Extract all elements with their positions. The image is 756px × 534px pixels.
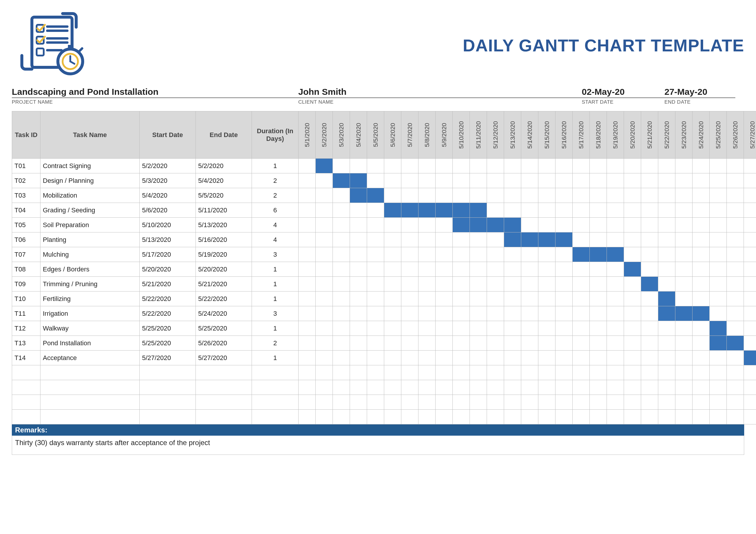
table-row: T14Acceptance5/27/20205/27/20201	[12, 351, 756, 365]
gantt-cell	[418, 336, 436, 351]
gantt-cell	[453, 174, 470, 188]
gantt-cell	[744, 174, 756, 188]
gantt-cell	[367, 218, 384, 232]
gantt-cell	[316, 262, 333, 277]
gantt-cell	[350, 174, 367, 188]
gantt-cell	[744, 232, 756, 247]
gantt-cell	[350, 247, 367, 262]
gantt-cell	[624, 262, 641, 277]
gantt-cell	[470, 174, 487, 188]
gantt-cell	[367, 188, 384, 203]
gantt-cell	[555, 218, 573, 232]
gantt-cell	[470, 351, 487, 365]
date-header: 5/26/2020	[727, 111, 744, 159]
gantt-cell	[384, 247, 401, 262]
gantt-cell	[384, 159, 401, 174]
gantt-cell	[555, 203, 573, 218]
gantt-cell	[436, 247, 453, 262]
gantt-cell	[727, 262, 744, 277]
gantt-cell	[692, 159, 710, 174]
gantt-cell	[727, 321, 744, 336]
date-header: 5/11/2020	[470, 111, 487, 159]
date-header: 5/22/2020	[658, 111, 675, 159]
gantt-cell	[607, 291, 624, 306]
gantt-cell	[744, 203, 756, 218]
gantt-cell	[418, 188, 436, 203]
gantt-cell	[470, 218, 487, 232]
gantt-cell	[692, 321, 710, 336]
gantt-cell	[453, 321, 470, 336]
gantt-cell	[641, 159, 658, 174]
gantt-cell	[418, 306, 436, 321]
gantt-cell	[401, 159, 418, 174]
client-name-value: John Smith	[298, 87, 582, 98]
gantt-cell	[727, 159, 744, 174]
gantt-cell	[504, 159, 521, 174]
gantt-cell	[299, 321, 316, 336]
gantt-cell	[744, 336, 756, 351]
gantt-cell	[504, 351, 521, 365]
col-task-name: Task Name	[40, 111, 140, 159]
gantt-cell	[333, 218, 350, 232]
gantt-cell	[436, 277, 453, 291]
gantt-cell	[367, 159, 384, 174]
gantt-cell	[350, 159, 367, 174]
gantt-cell	[727, 306, 744, 321]
gantt-cell	[538, 291, 555, 306]
gantt-cell	[521, 174, 538, 188]
gantt-cell	[487, 174, 504, 188]
gantt-cell	[316, 232, 333, 247]
col-start-date: Start Date	[140, 111, 196, 159]
gantt-cell	[538, 306, 555, 321]
gantt-cell	[624, 291, 641, 306]
gantt-cell	[590, 262, 607, 277]
gantt-cell	[470, 291, 487, 306]
gantt-cell	[436, 306, 453, 321]
svg-rect-3	[37, 48, 44, 56]
table-row	[12, 395, 756, 410]
gantt-cell	[453, 262, 470, 277]
gantt-cell	[710, 291, 727, 306]
gantt-cell	[470, 203, 487, 218]
gantt-cell	[453, 336, 470, 351]
gantt-cell	[727, 247, 744, 262]
gantt-cell	[299, 336, 316, 351]
table-row: T01Contract Signing5/2/20205/2/20201	[12, 159, 756, 174]
gantt-cell	[299, 247, 316, 262]
gantt-cell	[573, 203, 590, 218]
gantt-cell	[453, 247, 470, 262]
gantt-cell	[299, 232, 316, 247]
gantt-cell	[333, 174, 350, 188]
col-end-date: End Date	[196, 111, 252, 159]
page-title: DAILY GANTT CHART TEMPLATE	[463, 12, 744, 55]
gantt-cell	[710, 262, 727, 277]
gantt-cell	[590, 351, 607, 365]
gantt-cell	[641, 203, 658, 218]
gantt-cell	[333, 232, 350, 247]
project-name-label: PROJECT NAME	[12, 98, 298, 105]
gantt-cell	[555, 262, 573, 277]
gantt-cell	[573, 188, 590, 203]
gantt-cell	[299, 291, 316, 306]
gantt-cell	[641, 277, 658, 291]
gantt-cell	[590, 174, 607, 188]
gantt-cell	[350, 188, 367, 203]
gantt-cell	[333, 247, 350, 262]
gantt-cell	[555, 174, 573, 188]
gantt-cell	[658, 262, 675, 277]
gantt-cell	[573, 174, 590, 188]
date-header: 5/17/2020	[573, 111, 590, 159]
gantt-cell	[333, 203, 350, 218]
gantt-cell	[573, 291, 590, 306]
gantt-cell	[470, 188, 487, 203]
gantt-cell	[555, 188, 573, 203]
gantt-cell	[590, 159, 607, 174]
gantt-cell	[504, 218, 521, 232]
date-header: 5/20/2020	[624, 111, 641, 159]
gantt-cell	[453, 203, 470, 218]
date-header: 5/4/2020	[350, 111, 367, 159]
gantt-cell	[504, 321, 521, 336]
gantt-cell	[607, 174, 624, 188]
gantt-cell	[607, 306, 624, 321]
gantt-cell	[641, 188, 658, 203]
